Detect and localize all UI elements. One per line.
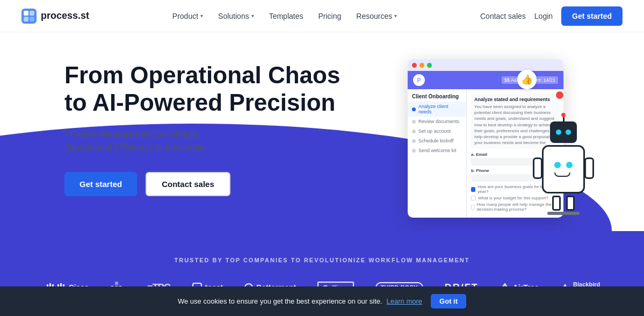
body-light-right xyxy=(566,162,573,168)
active-dot xyxy=(412,107,416,111)
navbar: process.st Product ▾ Solutions ▾ Templat… xyxy=(0,0,644,32)
inactive-dot xyxy=(412,139,416,143)
robot-head xyxy=(550,121,577,143)
trust-label: TRUSTED BY TOP COMPANIES TO REVOLUTIONIZ… xyxy=(21,257,623,263)
sidebar-item-2[interactable]: Review documents xyxy=(408,117,466,126)
get-started-button[interactable]: Get started xyxy=(561,6,623,26)
svg-rect-15 xyxy=(115,282,118,285)
body-light-left xyxy=(554,162,561,168)
app-sidebar: Client Onboarding Analyze client needs R… xyxy=(408,89,467,218)
nav-links: Product ▾ Solutions ▾ Templates Pricing … xyxy=(172,12,397,20)
hero-title: From Operational Chaos to AI-Powered Pre… xyxy=(64,62,375,116)
cookie-accept-button[interactable]: Got it xyxy=(431,294,466,308)
robot-eye-right xyxy=(566,130,571,135)
robot-leg-left xyxy=(552,196,561,211)
login-link[interactable]: Login xyxy=(534,12,553,20)
robot-legs xyxy=(552,196,575,211)
cookie-text: We use cookies to ensure you get the bes… xyxy=(178,297,382,305)
sidebar-title: Client Onboarding xyxy=(408,89,466,102)
avatar: P xyxy=(413,74,425,86)
nav-resources[interactable]: Resources ▾ xyxy=(356,12,397,20)
nav-templates[interactable]: Templates xyxy=(269,12,303,20)
hero-buttons: Get started Contact sales xyxy=(64,172,375,196)
sidebar-item-4[interactable]: Schedule kickoff xyxy=(408,136,466,146)
logo-text: process.st xyxy=(41,10,89,21)
app-header: P $$ A&N Client: 14/21 xyxy=(408,71,563,89)
svg-rect-2 xyxy=(30,11,34,16)
close-dot xyxy=(412,63,417,68)
chevron-down-icon: ▾ xyxy=(394,13,397,19)
inactive-dot xyxy=(412,130,416,133)
robot-body xyxy=(542,145,585,193)
cookie-banner: We use cookies to ensure you get the bes… xyxy=(0,286,644,316)
hero-content: From Operational Chaos to AI-Powered Pre… xyxy=(0,32,644,231)
hero-subtitle: Process Management So Simple, Operationa… xyxy=(64,127,375,155)
hero-section: From Operational Chaos to AI-Powered Pre… xyxy=(0,32,644,231)
robot-mouth xyxy=(554,173,570,177)
svg-rect-3 xyxy=(24,17,28,21)
hero-get-started-button[interactable]: Get started xyxy=(64,172,137,196)
robot-arm-left xyxy=(533,157,542,179)
nav-solutions[interactable]: Solutions ▾ xyxy=(218,12,254,20)
inactive-dot xyxy=(412,120,416,124)
sidebar-item-3[interactable]: Set up account xyxy=(408,126,466,136)
nav-actions: Contact sales Login Get started xyxy=(480,6,623,26)
sidebar-item-5[interactable]: Send welcome kit xyxy=(408,146,466,155)
chevron-down-icon: ▾ xyxy=(251,13,254,19)
svg-rect-1 xyxy=(24,11,28,16)
hero-contact-sales-button[interactable]: Contact sales xyxy=(146,172,230,196)
expand-dot xyxy=(427,63,432,68)
app-body: Client Onboarding Analyze client needs R… xyxy=(408,89,563,218)
hero-visual: P $$ A&N Client: 14/21 Client Onboarding… xyxy=(408,59,580,199)
robot-illustration xyxy=(542,115,585,215)
robot-eye-left xyxy=(556,130,561,135)
chevron-down-icon: ▾ xyxy=(200,13,203,19)
contact-sales-link[interactable]: Contact sales xyxy=(480,12,526,20)
accent-dot xyxy=(556,91,563,99)
nav-pricing[interactable]: Pricing xyxy=(318,12,341,20)
robot-leg-right xyxy=(566,196,575,211)
robot-antenna xyxy=(563,115,565,121)
robot-arm-right xyxy=(584,157,594,179)
nav-product[interactable]: Product ▾ xyxy=(172,12,203,20)
hero-text: From Operational Chaos to AI-Powered Pre… xyxy=(64,62,375,196)
ai-title: Analyze stated and requirements xyxy=(474,97,556,102)
svg-rect-0 xyxy=(21,9,37,24)
app-mockup: P $$ A&N Client: 14/21 Client Onboarding… xyxy=(408,59,563,218)
thumbs-up-bubble: 👍 xyxy=(517,70,537,89)
svg-rect-4 xyxy=(30,17,34,21)
logo[interactable]: process.st xyxy=(21,9,89,24)
robot-stand xyxy=(547,212,580,215)
app-titlebar xyxy=(408,59,563,71)
inactive-dot xyxy=(412,149,416,153)
sidebar-item-1[interactable]: Analyze client needs xyxy=(408,102,466,117)
minimize-dot xyxy=(419,63,424,68)
cookie-learn-more-link[interactable]: Learn more xyxy=(387,297,422,305)
